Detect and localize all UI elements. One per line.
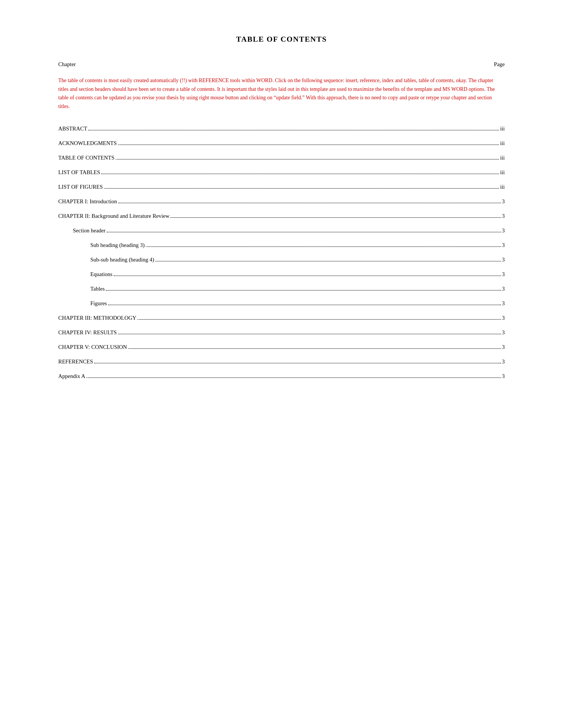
toc-entry-dots (101, 174, 499, 174)
instructions-text: The table of contents is most easily cre… (58, 76, 505, 111)
page-title: TABLE OF CONTENTS (58, 35, 505, 44)
chapter-label: Chapter (58, 61, 76, 68)
toc-entry-title: LIST OF TABLES (58, 169, 100, 176)
toc-entry: Sub-sub heading (heading 4)3 (58, 257, 505, 263)
page: TABLE OF CONTENTS Chapter Page The table… (0, 0, 563, 728)
toc-header: Chapter Page (58, 61, 505, 68)
toc-entry-dots (107, 232, 501, 232)
toc-entry-page: 3 (502, 344, 505, 350)
toc-entry: Equations3 (58, 271, 505, 278)
toc-entry-title: Sub-sub heading (heading 4) (90, 257, 154, 263)
toc-entry: Appendix A3 (58, 373, 505, 379)
toc-entry-dots (118, 144, 499, 145)
page-label: Page (494, 61, 505, 68)
toc-entry: ABSTRACTiii (58, 126, 505, 132)
toc-entry-dots (106, 290, 501, 291)
toc-entry-title: ABSTRACT (58, 126, 87, 132)
toc-entry-title: CHAPTER III: METHODOLOGY (58, 315, 136, 321)
toc-entry-title: REFERENCES (58, 358, 93, 365)
toc-entry-dots (116, 159, 499, 160)
toc-entry: CHAPTER II: Background and Literature Re… (58, 213, 505, 219)
toc-entry-dots (118, 334, 501, 334)
toc-entry-dots (146, 246, 501, 247)
toc-entry-dots (137, 319, 501, 320)
toc-entry-title: Section header (73, 227, 105, 234)
toc-entry: ACKNOWLEDGMENTSiii (58, 140, 505, 146)
toc-entry-page: 3 (502, 271, 505, 278)
toc-entry-title: LIST OF FIGURES (58, 184, 103, 190)
toc-entry-page: 3 (502, 213, 505, 219)
toc-entry-page: iii (500, 140, 505, 146)
toc-entry-page: iii (500, 184, 505, 190)
toc-entry: LIST OF TABLESiii (58, 169, 505, 176)
toc-entry: CHAPTER I: Introduction3 (58, 198, 505, 205)
toc-entry-title: ACKNOWLEDGMENTS (58, 140, 117, 146)
toc-entry-title: Appendix A (58, 373, 85, 379)
toc-entry-title: CHAPTER I: Introduction (58, 198, 117, 205)
toc-entry: CHAPTER III: METHODOLOGY3 (58, 315, 505, 321)
toc-entry: Figures3 (58, 300, 505, 307)
toc-entry: Sub heading (heading 3)3 (58, 242, 505, 248)
toc-entry-dots (108, 305, 501, 305)
toc-entries: ABSTRACTiiiACKNOWLEDGMENTSiiiTABLE OF CO… (58, 126, 505, 379)
toc-entry: Section header3 (58, 227, 505, 234)
toc-entry: LIST OF FIGURESiii (58, 184, 505, 190)
toc-entry: REFERENCES3 (58, 358, 505, 365)
toc-entry-page: 3 (502, 315, 505, 321)
toc-entry-page: 3 (502, 242, 505, 248)
toc-entry: CHAPTER V: CONCLUSION3 (58, 344, 505, 350)
toc-entry-dots (118, 203, 501, 203)
toc-entry-page: iii (500, 126, 505, 132)
toc-entry-dots (94, 363, 501, 363)
toc-entry-title: Sub heading (heading 3) (90, 242, 144, 248)
toc-entry-dots (86, 377, 501, 378)
toc-entry-page: iii (500, 169, 505, 176)
toc-entry-dots (170, 217, 501, 218)
toc-entry-dots (104, 188, 499, 189)
toc-entry-title: TABLE OF CONTENTS (58, 155, 114, 161)
toc-entry-page: 3 (502, 373, 505, 379)
toc-entry-page: 3 (502, 329, 505, 336)
toc-entry-page: 3 (502, 300, 505, 307)
toc-entry-title: Tables (90, 286, 105, 292)
toc-entry-page: 3 (502, 358, 505, 365)
toc-entry-dots (155, 261, 501, 261)
toc-entry-page: iii (500, 155, 505, 161)
toc-entry-title: Equations (90, 271, 112, 278)
toc-entry: CHAPTER IV: RESULTS3 (58, 329, 505, 336)
toc-entry: Tables3 (58, 286, 505, 292)
toc-entry-dots (88, 130, 499, 130)
toc-entry-dots (114, 275, 501, 276)
toc-entry-page: 3 (502, 198, 505, 205)
toc-entry-dots (128, 348, 501, 349)
toc-entry: TABLE OF CONTENTSiii (58, 155, 505, 161)
toc-entry-title: CHAPTER II: Background and Literature Re… (58, 213, 169, 219)
toc-entry-title: CHAPTER IV: RESULTS (58, 329, 117, 336)
toc-entry-title: CHAPTER V: CONCLUSION (58, 344, 127, 350)
toc-entry-page: 3 (502, 227, 505, 234)
toc-entry-page: 3 (502, 257, 505, 263)
toc-entry-page: 3 (502, 286, 505, 292)
toc-entry-title: Figures (90, 300, 107, 307)
